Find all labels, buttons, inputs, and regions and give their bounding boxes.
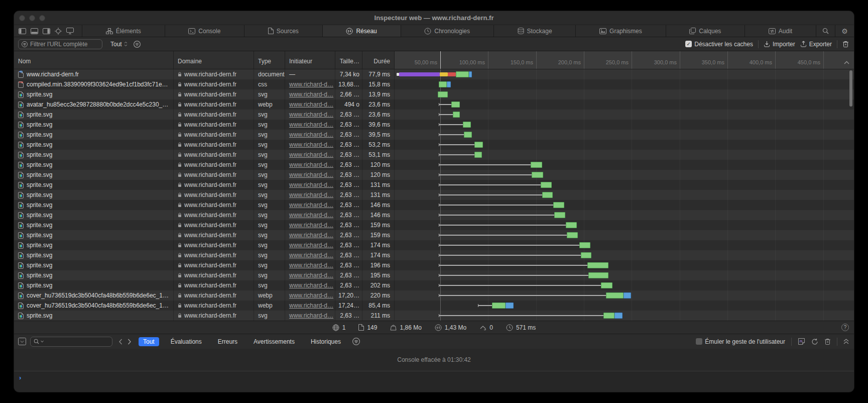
initiator-link[interactable]: www.richard-d… [289, 290, 333, 300]
import-button[interactable]: Importer [764, 41, 795, 48]
expand-console-button[interactable] [843, 339, 849, 344]
emulate-user-gesture-toggle[interactable]: Émuler le geste de l'utilisateur [696, 338, 785, 345]
network-request-row[interactable]: sprite.svgwww.richard-dern.frsvgwww.rich… [14, 150, 854, 160]
url-filter-field[interactable] [18, 39, 102, 49]
network-request-row[interactable]: sprite.svgwww.richard-dern.frsvgwww.rich… [14, 240, 854, 250]
dock-bottom-icon[interactable] [31, 28, 38, 34]
column-header-size[interactable]: Taille… [335, 51, 362, 69]
initiator-link[interactable]: www.richard-d… [289, 220, 333, 230]
initiator-link[interactable]: www.richard-d… [289, 210, 333, 220]
tab-sources[interactable]: Sources [244, 25, 322, 37]
initiator-link[interactable]: www.richard-d… [289, 250, 333, 260]
initiator-link[interactable]: www.richard-d… [289, 79, 333, 89]
network-request-row[interactable]: sprite.svgwww.richard-dern.frsvgwww.rich… [14, 140, 854, 150]
export-button[interactable]: Exporter [800, 41, 832, 48]
initiator-link[interactable]: www.richard-d… [289, 170, 333, 180]
network-request-row[interactable]: sprite.svgwww.richard-dern.frsvgwww.rich… [14, 230, 854, 240]
initiator-link[interactable]: www.richard-d… [289, 260, 333, 270]
url-filter-input[interactable] [30, 41, 90, 48]
network-request-row[interactable]: avatar_hu85ecc3e298728880b0bde2dcc4e5c23… [14, 99, 854, 110]
network-request-row[interactable]: <>www.richard-dern.frwww.richard-dern.fr… [14, 69, 854, 79]
console-scope-evaluations[interactable]: Évaluations [166, 337, 206, 346]
help-button[interactable]: ? [841, 324, 849, 331]
network-request-row[interactable]: sprite.svgwww.richard-dern.frsvgwww.rich… [14, 220, 854, 230]
network-request-row[interactable]: sprite.svgwww.richard-dern.frsvgwww.rich… [14, 260, 854, 270]
clear-console-button[interactable] [824, 338, 831, 345]
tab-layers[interactable]: Calques [666, 25, 745, 37]
console-prompt[interactable]: › [14, 371, 854, 392]
network-request-row[interactable]: sprite.svgwww.richard-dern.frsvgwww.rich… [14, 180, 854, 190]
initiator-link[interactable]: www.richard-d… [289, 120, 333, 130]
collapse-waterfall-icon[interactable] [844, 61, 849, 64]
refresh-button[interactable] [811, 338, 818, 345]
dock-left-icon[interactable] [19, 28, 26, 34]
console-scope-all[interactable]: Tout [139, 337, 159, 346]
vertical-scrollbar[interactable] [849, 70, 852, 107]
network-request-row[interactable]: sprite.svgwww.richard-dern.frsvgwww.rich… [14, 190, 854, 200]
console-scope-warnings[interactable]: Avertissements [249, 337, 299, 346]
network-request-row[interactable]: sprite.svgwww.richard-dern.frsvgwww.rich… [14, 110, 854, 120]
network-request-row[interactable]: sprite.svgwww.richard-dern.frsvgwww.rich… [14, 311, 854, 321]
tab-elements[interactable]: Éléments [82, 25, 165, 37]
initiator-link[interactable]: www.richard-d… [289, 300, 333, 311]
network-request-row[interactable]: sprite.svgwww.richard-dern.frsvgwww.rich… [14, 120, 854, 130]
scope-options-icon[interactable] [352, 338, 360, 345]
emulate-user-gesture-checkbox[interactable] [696, 338, 702, 345]
disable-caches-toggle[interactable]: ✓ Désactiver les caches [685, 41, 753, 48]
network-request-row[interactable]: cover_hu736519dc3b5040cfa48b6b559b6de6ec… [14, 300, 854, 311]
js-context-button[interactable]: JS [798, 338, 805, 345]
column-header-duration[interactable]: Durée [362, 51, 395, 69]
initiator-link[interactable]: www.richard-d… [289, 160, 333, 170]
initiator-link[interactable]: www.richard-d… [289, 280, 333, 290]
next-result-button[interactable] [128, 339, 132, 345]
initiator-link[interactable]: www.richard-d… [289, 99, 333, 110]
console-search-field[interactable] [30, 337, 112, 347]
initiator-link[interactable]: www.richard-d… [289, 110, 333, 120]
column-header-initiator[interactable]: Initiateur [285, 51, 335, 69]
network-request-row[interactable]: sprite.svgwww.richard-dern.frsvgwww.rich… [14, 130, 854, 140]
device-icon[interactable] [66, 28, 74, 34]
initiator-link[interactable]: www.richard-d… [289, 130, 333, 140]
console-search-input[interactable] [45, 338, 105, 345]
clear-network-button[interactable] [842, 41, 849, 48]
initiator-link[interactable]: www.richard-d… [289, 89, 333, 99]
tab-audit[interactable]: Audit [745, 25, 816, 37]
dock-right-icon[interactable] [43, 28, 50, 34]
network-request-row[interactable]: sprite.svgwww.richard-dern.frsvgwww.rich… [14, 200, 854, 210]
initiator-link[interactable]: www.richard-d… [289, 190, 333, 200]
tab-graphics[interactable]: Graphismes [575, 25, 665, 37]
console-scope-logs[interactable]: Historiques [306, 337, 345, 346]
initiator-link[interactable]: www.richard-d… [289, 230, 333, 240]
initiator-link[interactable]: www.richard-d… [289, 311, 333, 321]
network-request-row[interactable]: sprite.svgwww.richard-dern.frsvgwww.rich… [14, 210, 854, 220]
console-drawer-icon[interactable] [18, 338, 26, 345]
network-request-row[interactable]: sprite.svgwww.richard-dern.frsvgwww.rich… [14, 160, 854, 170]
tab-storage[interactable]: Stockage [493, 25, 576, 37]
tab-console[interactable]: Console [165, 25, 244, 37]
initiator-link[interactable]: www.richard-d… [289, 240, 333, 250]
column-header-domain[interactable]: Domaine [174, 51, 254, 69]
search-button[interactable] [816, 25, 835, 37]
previous-result-button[interactable] [118, 339, 122, 345]
initiator-link[interactable]: www.richard-d… [289, 180, 333, 190]
initiator-link[interactable]: www.richard-d… [289, 270, 333, 280]
column-header-type[interactable]: Type [254, 51, 285, 69]
network-request-row[interactable]: sprite.svgwww.richard-dern.frsvgwww.rich… [14, 170, 854, 180]
tab-network[interactable]: Réseau [322, 25, 401, 37]
initiator-link[interactable]: www.richard-d… [289, 140, 333, 150]
settings-button[interactable]: ⚙ [835, 25, 854, 37]
initiator-link[interactable]: www.richard-d… [289, 150, 333, 160]
network-request-row[interactable]: sprite.svgwww.richard-dern.frsvgwww.rich… [14, 89, 854, 99]
console-scope-errors[interactable]: Erreurs [213, 337, 242, 346]
network-request-row[interactable]: csscompiled.min.38390909f303624ed9e1cf1b… [14, 79, 854, 89]
network-request-row[interactable]: sprite.svgwww.richard-dern.frsvgwww.rich… [14, 280, 854, 290]
network-request-row[interactable]: sprite.svgwww.richard-dern.frsvgwww.rich… [14, 250, 854, 260]
element-picker-icon[interactable] [55, 28, 62, 35]
tab-timelines[interactable]: Chronologies [401, 25, 493, 37]
initiator-link[interactable]: www.richard-d… [289, 200, 333, 210]
disable-caches-checkbox[interactable]: ✓ [685, 41, 692, 47]
network-request-row[interactable]: sprite.svgwww.richard-dern.frsvgwww.rich… [14, 270, 854, 280]
column-header-name[interactable]: Nom [14, 51, 174, 69]
network-request-row[interactable]: cover_hu736519dc3b5040cfa48b6b559b6de6ec… [14, 290, 854, 300]
resource-type-select[interactable]: Tout [110, 41, 128, 48]
